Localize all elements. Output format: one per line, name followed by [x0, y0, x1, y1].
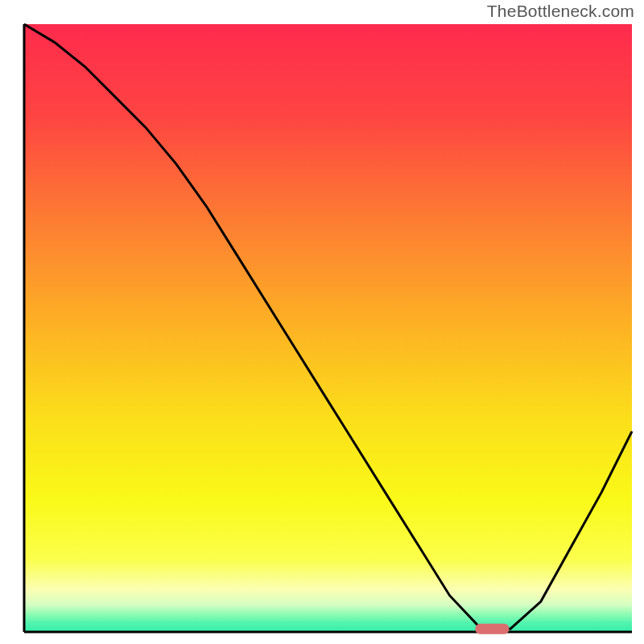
- plot-background: [24, 24, 632, 632]
- chart-svg: [0, 0, 644, 644]
- optimal-marker: [475, 624, 509, 634]
- bottleneck-chart: TheBottleneck.com: [0, 0, 644, 644]
- watermark-text: TheBottleneck.com: [487, 2, 634, 21]
